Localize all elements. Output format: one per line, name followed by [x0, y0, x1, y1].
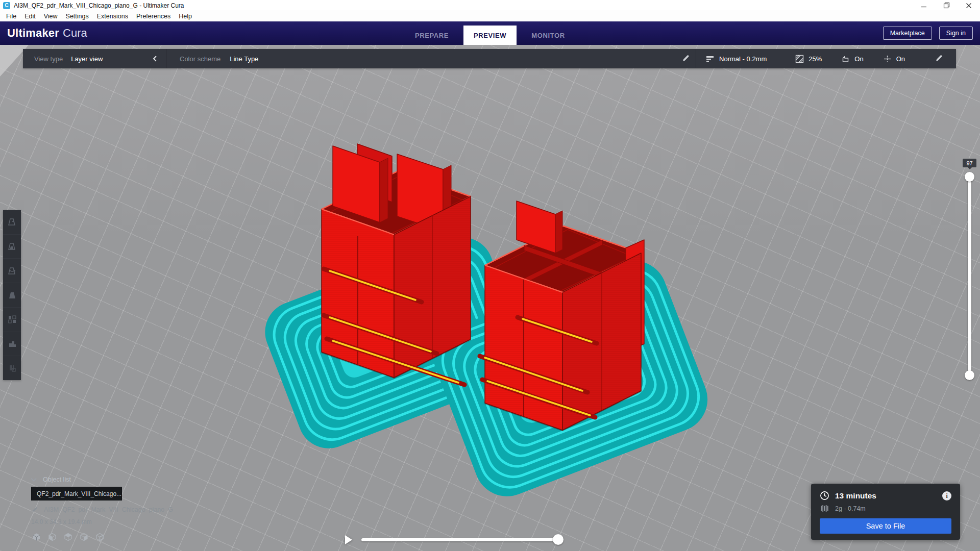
tab-prepare[interactable]: PREPARE	[405, 26, 458, 45]
move-tool-button[interactable]	[3, 210, 21, 235]
support-value: On	[854, 55, 863, 63]
print-output-panel: 13 minutes i 2g · 0.74m Save to File	[811, 484, 960, 540]
layer-slider-track[interactable]	[968, 177, 971, 375]
layer-number-badge: 97	[963, 159, 976, 167]
path-slider-handle[interactable]	[553, 534, 564, 545]
view-type-selector[interactable]: View type Layer view	[23, 49, 166, 68]
pencil-icon	[935, 55, 943, 63]
pencil-icon	[31, 507, 38, 513]
print-profile-value: Normal - 0.2mm	[719, 55, 767, 63]
view-right-button[interactable]	[95, 532, 104, 541]
tab-monitor[interactable]: MONITOR	[522, 26, 575, 45]
per-model-settings-button[interactable]	[3, 308, 21, 332]
model-left[interactable]	[322, 144, 471, 385]
path-slider-track[interactable]	[361, 538, 560, 541]
collapse-panel-button[interactable]	[152, 55, 159, 63]
adhesion-setting[interactable]: On	[883, 49, 905, 68]
close-icon	[966, 3, 972, 9]
material-usage-icon	[820, 504, 829, 513]
color-scheme-label: Color scheme	[180, 55, 220, 63]
view-left-button[interactable]	[79, 532, 88, 541]
support-setting[interactable]: On	[841, 49, 863, 68]
edit-print-settings-button[interactable]	[928, 49, 949, 68]
pencil-icon	[681, 55, 690, 63]
object-list-item[interactable]: QF2_pdr_Mark_VIII_Chicago...	[31, 487, 122, 500]
minimize-button[interactable]	[913, 0, 935, 11]
view-front-button[interactable]	[47, 532, 57, 541]
brand-bold: Ultimaker	[7, 27, 59, 40]
tool-sidebar	[3, 210, 21, 380]
save-to-file-button[interactable]: Save to File	[820, 518, 951, 534]
mirror-tool-button[interactable]	[3, 283, 21, 308]
model-right[interactable]	[480, 201, 644, 430]
print-time-estimate: 13 minutes	[835, 491, 876, 500]
sign-in-button[interactable]: Sign in	[939, 27, 973, 40]
mirror-tool-icon	[7, 290, 17, 300]
model-name-row[interactable]: AI3M_QF2_pdr_Mark_VIII_Chicago_piano_G	[31, 506, 173, 513]
cube-top-icon	[64, 533, 72, 541]
edit-view-settings-button[interactable]	[675, 49, 696, 68]
cura-app-icon: C	[3, 2, 10, 9]
infill-icon	[795, 55, 804, 63]
stage-tabs: PREPARE PREVIEW MONITOR	[403, 21, 577, 45]
marketplace-button[interactable]: Marketplace	[883, 27, 932, 40]
move-tool-icon	[7, 217, 17, 227]
camera-view-row	[32, 532, 104, 541]
chevron-down-icon	[31, 478, 37, 482]
model-name-text: AI3M_QF2_pdr_Mark_VIII_Chicago_piano_G	[44, 506, 173, 513]
material-usage-estimate: 2g · 0.74m	[835, 505, 866, 512]
view-type-label: View type	[34, 55, 63, 63]
view-top-button[interactable]	[63, 532, 72, 541]
menu-view[interactable]: View	[40, 11, 62, 21]
cube-3d-icon	[32, 533, 41, 541]
cube-left-icon	[80, 533, 88, 541]
app-logo: Ultimaker Cura	[7, 21, 87, 45]
cube-right-icon	[95, 533, 104, 541]
infill-value: 25%	[808, 55, 822, 63]
minimize-icon	[921, 3, 927, 9]
rotate-tool-button[interactable]	[3, 259, 21, 283]
menu-settings[interactable]: Settings	[62, 11, 93, 21]
cura-window: C AI3M_QF2_pdr_Mark_VIII_Chicago_piano_G…	[0, 0, 980, 551]
chevron-left-icon	[152, 55, 159, 63]
custom-tool-icon	[7, 363, 17, 373]
color-scheme-value: Line Type	[230, 55, 258, 63]
infill-setting[interactable]: 25%	[795, 49, 822, 68]
layer-slider-bottom-handle[interactable]	[965, 370, 974, 380]
sliced-scene	[0, 0, 980, 551]
per-model-settings-icon	[7, 314, 17, 324]
object-list-label: Object list	[43, 476, 71, 483]
view-3d-button[interactable]	[32, 532, 41, 541]
cube-front-icon	[48, 533, 57, 541]
rotate-tool-icon	[7, 266, 17, 276]
menu-edit[interactable]: Edit	[20, 11, 40, 21]
tab-preview[interactable]: PREVIEW	[463, 26, 517, 45]
adhesion-value: On	[896, 55, 905, 63]
view-type-value: Layer view	[71, 55, 103, 63]
clock-icon	[820, 491, 829, 500]
play-icon	[344, 534, 353, 545]
adhesion-icon	[883, 55, 892, 63]
menu-preferences[interactable]: Preferences	[132, 11, 175, 21]
color-scheme-selector[interactable]: Color scheme Line Type	[166, 49, 272, 68]
layer-slider-top-handle[interactable]	[965, 172, 974, 182]
play-button[interactable]	[344, 534, 353, 547]
menu-extensions[interactable]: Extensions	[93, 11, 132, 21]
close-button[interactable]	[958, 0, 980, 11]
model-dimensions: 14.0 x 34.3 x 19.4 mm	[31, 518, 92, 525]
stage-bar: View type Layer view Color scheme Line T…	[23, 49, 956, 68]
menu-file[interactable]: File	[2, 11, 20, 21]
support-blocker-icon	[7, 339, 17, 349]
custom-tool-button[interactable]	[3, 356, 21, 380]
scale-tool-icon	[7, 241, 17, 252]
print-profile-setting[interactable]: Normal - 0.2mm	[705, 49, 767, 68]
support-blocker-button[interactable]	[3, 332, 21, 357]
scale-tool-button[interactable]	[3, 235, 21, 259]
restore-button[interactable]	[935, 0, 958, 11]
object-list-header[interactable]: Object list	[31, 476, 71, 483]
menu-help[interactable]: Help	[175, 11, 196, 21]
support-icon	[841, 55, 850, 63]
info-icon[interactable]: i	[942, 491, 951, 500]
title-bar: C AI3M_QF2_pdr_Mark_VIII_Chicago_piano_G…	[0, 0, 980, 11]
layer-profile-icon	[705, 55, 715, 63]
